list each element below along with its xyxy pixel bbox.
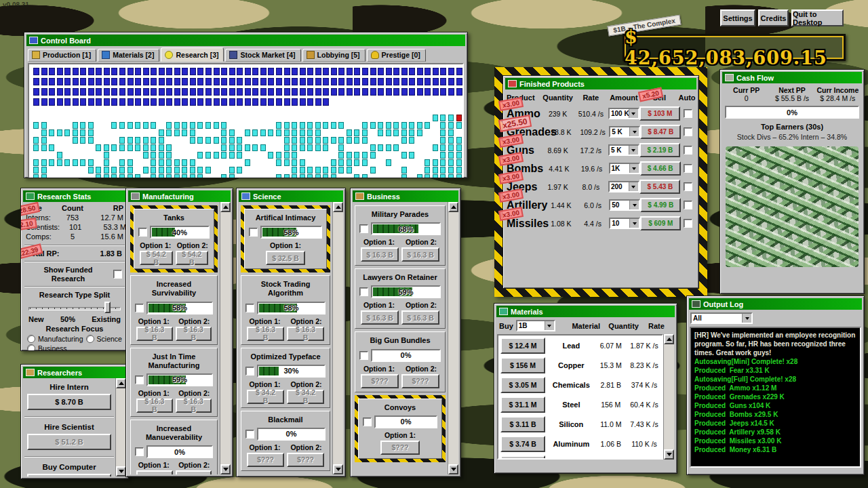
option-price-button[interactable]: $ 16.3 B bbox=[361, 310, 399, 325]
option-price-button[interactable]: $??? bbox=[380, 441, 420, 455]
tab-production-1[interactable]: Production [1] bbox=[28, 49, 96, 62]
sell-button[interactable]: $ 5.43 B bbox=[639, 180, 680, 194]
auto-sell-checkbox[interactable] bbox=[684, 109, 692, 118]
tab-stock-market-4[interactable]: Stock Market [4] bbox=[225, 49, 300, 62]
buy-material-button[interactable]: $ 3.05 M bbox=[500, 377, 545, 393]
show-funded-checkbox[interactable] bbox=[113, 270, 122, 279]
chevron-down-icon[interactable] bbox=[629, 109, 638, 118]
option-price-button[interactable]: $ 54.2 B bbox=[140, 251, 173, 265]
chevron-down-icon[interactable] bbox=[742, 314, 751, 323]
sell-button[interactable]: $ 4.66 B bbox=[640, 161, 681, 176]
sell-button[interactable]: $ 8.47 B bbox=[640, 125, 681, 139]
fund-research-checkbox[interactable] bbox=[135, 375, 144, 384]
business-scrollbar[interactable] bbox=[448, 202, 458, 474]
option-price-button[interactable]: $ 16.3 B bbox=[136, 399, 173, 413]
sell-button[interactable]: $ 4.99 B bbox=[640, 198, 681, 212]
fund-research-checkbox[interactable] bbox=[245, 367, 254, 375]
fund-research-checkbox[interactable] bbox=[363, 418, 372, 426]
option-price-button[interactable]: $ 16.3 B bbox=[287, 327, 324, 341]
buy-material-button[interactable]: $ 12.4 M bbox=[500, 338, 545, 354]
option-price-button[interactable]: $ 16.3 B bbox=[361, 247, 399, 262]
fund-research-checkbox[interactable] bbox=[135, 304, 144, 312]
sell-button[interactable]: $ 609 M bbox=[640, 216, 681, 230]
option-price-button[interactable]: $ 34.2 B bbox=[287, 390, 324, 404]
option-price-button[interactable]: $ 34.2 B bbox=[247, 390, 284, 404]
option-price-button[interactable]: $??? bbox=[361, 374, 399, 388]
amount-dropdown[interactable]: 5 K bbox=[609, 126, 640, 138]
option-price-button[interactable]: $??? bbox=[176, 470, 212, 474]
chevron-down-icon[interactable] bbox=[629, 201, 639, 209]
researchers-scrollbar[interactable] bbox=[115, 378, 126, 476]
manufacturing-scrollbar[interactable] bbox=[220, 202, 231, 474]
chevron-down-icon[interactable] bbox=[629, 146, 638, 155]
tab-lobbying-5[interactable]: Lobbying [5] bbox=[302, 49, 366, 62]
chevron-down-icon[interactable] bbox=[629, 164, 639, 173]
option-price-button[interactable]: $??? bbox=[401, 374, 439, 388]
buy-material-button[interactable]: $ 3.11 B bbox=[500, 416, 545, 432]
amount-dropdown[interactable]: 50 bbox=[609, 199, 640, 211]
buy-amount-dropdown[interactable]: 1B bbox=[516, 320, 555, 331]
scroll-up-icon[interactable] bbox=[664, 334, 674, 344]
option-price-button[interactable]: $ 32.5 B bbox=[266, 251, 305, 265]
scroll-up-icon[interactable] bbox=[448, 202, 458, 212]
slider-thumb[interactable] bbox=[104, 302, 111, 313]
tab-research-3[interactable]: Research [3] bbox=[161, 47, 224, 62]
chevron-down-icon[interactable] bbox=[629, 182, 638, 191]
log-filter-dropdown[interactable]: All bbox=[690, 312, 753, 324]
fund-research-checkbox[interactable] bbox=[359, 224, 368, 233]
fund-research-checkbox[interactable] bbox=[359, 287, 368, 296]
buy-computer-button[interactable] bbox=[27, 474, 111, 476]
auto-sell-checkbox[interactable] bbox=[684, 146, 692, 155]
sell-button[interactable]: $ 103 M bbox=[639, 106, 680, 121]
option-price-button[interactable]: $ 16.3 B bbox=[247, 327, 284, 341]
research-type-split-slider[interactable] bbox=[28, 302, 121, 314]
amount-dropdown[interactable]: 10 bbox=[609, 218, 640, 229]
settings-button[interactable]: Settings bbox=[720, 9, 755, 26]
hire-intern-button[interactable]: $ 8.70 B bbox=[27, 394, 111, 410]
buy-material-button[interactable]: $ 3.74 B bbox=[500, 436, 545, 452]
quit-to-desktop-button[interactable]: Quit to Desktop bbox=[791, 9, 844, 26]
materials-scrollbar[interactable] bbox=[663, 334, 674, 460]
credits-button[interactable]: Credits bbox=[758, 9, 789, 26]
fund-research-checkbox[interactable] bbox=[359, 351, 368, 360]
auto-sell-checkbox[interactable] bbox=[684, 201, 692, 209]
science-scrollbar[interactable] bbox=[332, 202, 343, 474]
amount-dropdown[interactable]: 1K bbox=[609, 163, 640, 174]
amount-dropdown[interactable]: 5 K bbox=[608, 144, 639, 156]
scroll-down-icon[interactable] bbox=[116, 466, 126, 476]
tab-materials-2[interactable]: Materials [2] bbox=[98, 49, 159, 62]
amount-dropdown[interactable]: 100 K bbox=[608, 108, 639, 119]
auto-sell-checkbox[interactable] bbox=[684, 164, 692, 173]
fund-research-checkbox[interactable] bbox=[135, 447, 144, 456]
buy-material-button[interactable]: $ 15.5 M bbox=[500, 455, 545, 460]
fund-research-checkbox[interactable] bbox=[138, 228, 147, 237]
auto-sell-checkbox[interactable] bbox=[684, 127, 692, 136]
fund-research-checkbox[interactable] bbox=[249, 228, 258, 237]
scroll-down-icon[interactable] bbox=[448, 464, 458, 474]
scroll-up-icon[interactable] bbox=[333, 202, 343, 212]
scroll-down-icon[interactable] bbox=[333, 464, 343, 474]
option-price-button[interactable]: $??? bbox=[287, 453, 324, 467]
radio-science[interactable] bbox=[86, 335, 94, 343]
buy-material-button[interactable]: $ 31.1 M bbox=[500, 396, 545, 413]
sell-button[interactable]: $ 2.19 B bbox=[639, 143, 680, 157]
option-price-button[interactable]: $ 16.3 B bbox=[401, 310, 439, 325]
auto-sell-checkbox[interactable] bbox=[684, 182, 692, 191]
chevron-down-icon[interactable] bbox=[545, 321, 554, 330]
option-price-button[interactable]: $ 16.3 B bbox=[401, 247, 439, 262]
option-price-button[interactable]: $ 16.3 B bbox=[176, 399, 212, 413]
option-price-button[interactable]: $ 16.3 B bbox=[176, 327, 212, 341]
option-price-button[interactable]: $??? bbox=[136, 470, 173, 474]
radio-business[interactable] bbox=[27, 344, 35, 351]
scroll-up-icon[interactable] bbox=[220, 202, 231, 212]
scroll-up-icon[interactable] bbox=[116, 378, 126, 388]
radio-manufacturing[interactable] bbox=[27, 335, 35, 343]
chevron-down-icon[interactable] bbox=[629, 219, 639, 228]
fund-research-checkbox[interactable] bbox=[245, 430, 254, 439]
auto-sell-checkbox[interactable] bbox=[684, 219, 692, 228]
option-price-button[interactable]: $ 54.2 B bbox=[176, 251, 209, 265]
option-price-button[interactable]: $??? bbox=[247, 453, 284, 467]
amount-dropdown[interactable]: 200 bbox=[608, 181, 639, 192]
scroll-down-icon[interactable] bbox=[220, 464, 231, 474]
log-console[interactable]: [HR] We've implemented an employee recog… bbox=[690, 327, 861, 468]
